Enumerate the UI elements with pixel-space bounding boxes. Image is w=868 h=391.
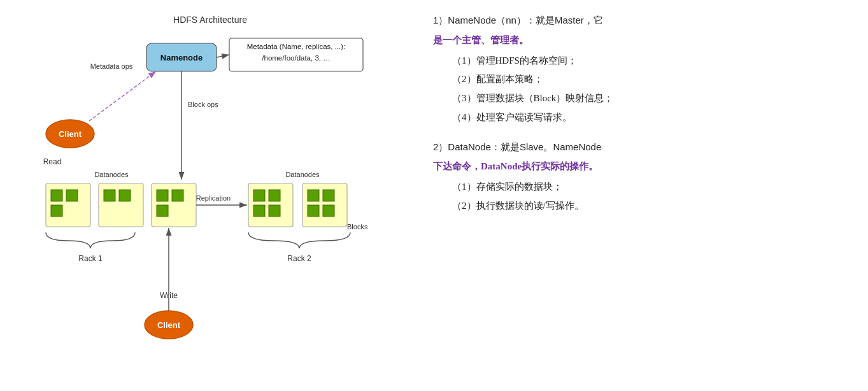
diagram-title: HDFS Architecture <box>173 15 247 25</box>
svg-rect-31 <box>253 205 265 217</box>
svg-rect-35 <box>323 190 334 201</box>
svg-text:Blocks: Blocks <box>347 223 368 231</box>
section2-intro: 2）DataNode：就是Slave。NameNode <box>433 138 849 156</box>
list-item: （1）管理HDFS的名称空间； <box>452 52 849 70</box>
svg-text:Metadata (Name, replicas, ...): Metadata (Name, replicas, ...): <box>247 43 346 50</box>
svg-text:Metadata ops: Metadata ops <box>90 62 133 70</box>
svg-rect-36 <box>308 205 319 217</box>
svg-rect-23 <box>172 190 183 201</box>
svg-text:Client: Client <box>59 129 82 139</box>
section1-intro: 1）NameNode（nn）：就是Master，它 <box>433 11 849 29</box>
svg-rect-16 <box>66 190 78 201</box>
svg-rect-22 <box>157 190 168 201</box>
diagram-area: HDFS Architecture Metadata (Name, replic… <box>0 0 420 391</box>
svg-text:Block ops: Block ops <box>188 101 218 108</box>
svg-rect-20 <box>119 190 131 201</box>
svg-rect-37 <box>323 205 334 217</box>
svg-rect-15 <box>51 190 62 201</box>
svg-rect-30 <box>269 190 280 201</box>
section1-block: 1）NameNode（nn）：就是Master，它 是一个主管、管理者。 （1）… <box>433 11 849 127</box>
svg-text:Rack 1: Rack 1 <box>78 254 103 263</box>
hdfs-architecture-diagram: HDFS Architecture Metadata (Name, replic… <box>0 0 420 391</box>
svg-line-5 <box>217 55 229 57</box>
list-item: （3）管理数据块（Block）映射信息； <box>452 90 849 108</box>
svg-rect-24 <box>157 205 168 217</box>
svg-text:Client: Client <box>157 320 181 330</box>
svg-rect-17 <box>51 205 62 217</box>
svg-text:Datanodes: Datanodes <box>94 171 129 178</box>
svg-text:Replication: Replication <box>196 194 231 202</box>
list-item: （2）配置副本策略； <box>452 71 849 89</box>
section1-list: （1）管理HDFS的名称空间； （2）配置副本策略； （3）管理数据块（Bloc… <box>452 52 849 127</box>
svg-rect-19 <box>104 190 115 201</box>
list-item: （1）存储实际的数据块； <box>452 178 849 196</box>
svg-line-7 <box>89 71 156 121</box>
section2-block: 2）DataNode：就是Slave。NameNode 下达命令，DataNod… <box>433 138 849 215</box>
text-area: 1）NameNode（nn）：就是Master，它 是一个主管、管理者。 （1）… <box>420 0 868 391</box>
svg-rect-29 <box>253 190 265 201</box>
section1-heading: 是一个主管、管理者。 <box>433 32 849 50</box>
list-item: （4）处理客户端读写请求。 <box>452 109 849 127</box>
svg-rect-34 <box>308 190 319 201</box>
section2-list: （1）存储实际的数据块； （2）执行数据块的读/写操作。 <box>452 178 849 215</box>
svg-text:/home/foo/data, 3, …: /home/foo/data, 3, … <box>262 54 330 62</box>
svg-text:Namenode: Namenode <box>160 53 203 62</box>
svg-text:Rack 2: Rack 2 <box>287 254 311 263</box>
list-item: （2）执行数据块的读/写操作。 <box>452 197 849 215</box>
svg-text:Read: Read <box>43 157 62 166</box>
section2-heading: 下达命令，DataNode执行实际的操作。 <box>433 158 849 176</box>
svg-rect-32 <box>269 205 280 217</box>
svg-text:Datanodes: Datanodes <box>285 171 320 178</box>
section1-line1: 1）NameNode（nn）：就是Master，它 <box>433 15 603 25</box>
